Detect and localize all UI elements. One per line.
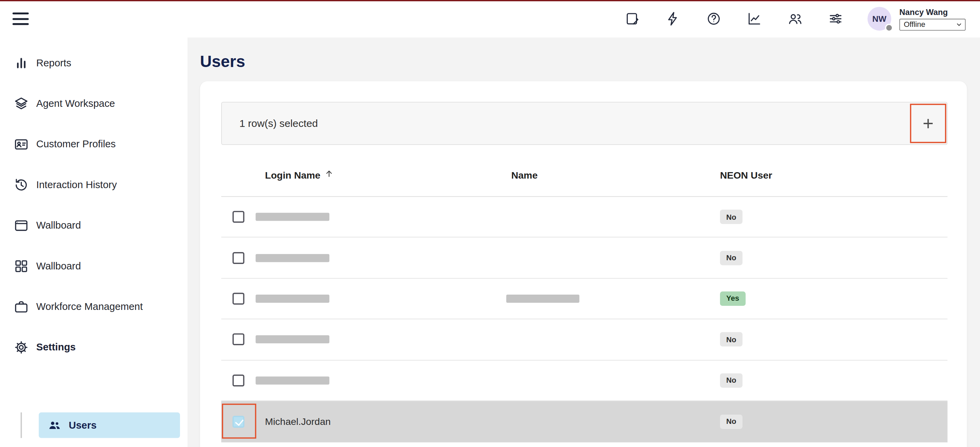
- sidebar-item-label: Interaction History: [37, 179, 117, 190]
- row-checkbox[interactable]: [232, 334, 244, 346]
- column-header-login-name[interactable]: Login Name: [265, 170, 334, 181]
- sidebar-item-label: Settings: [37, 342, 76, 353]
- redacted-login-bar: [256, 254, 329, 262]
- row-checkbox[interactable]: [232, 252, 244, 264]
- sidebar: Reports Agent Workspace Customer Profile…: [0, 37, 188, 447]
- contact-card-icon: [14, 137, 29, 151]
- table-toolbar: 1 row(s) selected +: [221, 102, 947, 145]
- hamburger-menu-button[interactable]: [13, 13, 30, 25]
- sidebar-item-customer-profiles[interactable]: Customer Profiles: [0, 124, 188, 164]
- column-header-neon-user[interactable]: NEON User: [720, 170, 772, 181]
- neon-badge: No: [720, 251, 743, 265]
- app-window: NW Nancy Wang Offline Reports: [0, 0, 980, 447]
- status-value: Offline: [904, 20, 925, 29]
- sidebar-item-workforce-management[interactable]: Workforce Management: [0, 286, 188, 326]
- redacted-name-bar: [506, 294, 579, 303]
- chevron-down-icon: [956, 21, 962, 28]
- bar-chart-icon: [14, 56, 29, 70]
- users-icon: [48, 418, 61, 432]
- table-row[interactable]: No: [221, 320, 947, 360]
- sidebar-item-agent-workspace[interactable]: Agent Workspace: [0, 83, 188, 124]
- column-header-name[interactable]: Name: [511, 170, 538, 181]
- redacted-login-bar: [256, 376, 329, 384]
- users-panel: 1 row(s) selected + Login Name Name NEON…: [200, 81, 967, 447]
- redacted-login-bar: [256, 294, 329, 303]
- analytics-icon[interactable]: [747, 11, 762, 26]
- main-content: Users 1 row(s) selected + Login Name Nam…: [188, 37, 980, 447]
- lightning-icon[interactable]: [666, 11, 681, 26]
- neon-badge: No: [720, 415, 743, 429]
- sidebar-item-label: Users: [69, 420, 97, 431]
- sliders-icon[interactable]: [828, 11, 843, 26]
- sidebar-item-label: Wallboard: [37, 260, 81, 272]
- sidebar-item-label: Reports: [37, 57, 72, 68]
- login-name-cell: Michael.Jordan: [265, 416, 331, 427]
- grid-icon: [14, 258, 29, 273]
- subitem-indent-line: [21, 412, 22, 438]
- sidebar-item-wallboard-2[interactable]: Wallboard: [0, 246, 188, 286]
- row-checkbox[interactable]: [232, 293, 244, 304]
- neon-badge: No: [720, 210, 743, 224]
- window-accent-line: [0, 0, 980, 2]
- briefcase-icon: [14, 299, 29, 314]
- topbar-icon-group: [625, 11, 843, 26]
- note-icon[interactable]: [625, 11, 640, 26]
- row-checkbox[interactable]: [232, 375, 244, 387]
- sidebar-item-users[interactable]: Users: [39, 412, 180, 438]
- sidebar-item-wallboard-1[interactable]: Wallboard: [0, 205, 188, 245]
- table-row[interactable]: Yes: [221, 278, 947, 320]
- neon-badge: Yes: [720, 291, 746, 306]
- table-row[interactable]: No: [221, 197, 947, 238]
- table-row[interactable]: No: [221, 360, 947, 401]
- redacted-login-bar: [256, 213, 329, 221]
- row-checkbox-checked[interactable]: [232, 416, 244, 428]
- offline-status-dot: [885, 24, 893, 32]
- sidebar-item-label: Wallboard: [37, 220, 81, 231]
- redacted-login-bar: [256, 336, 329, 344]
- topbar: NW Nancy Wang Offline: [0, 0, 980, 37]
- row-checkbox[interactable]: [232, 211, 244, 223]
- sort-ascending-icon[interactable]: [324, 169, 334, 178]
- avatar-initials: NW: [872, 14, 886, 24]
- user-block: Nancy Wang Offline: [899, 7, 966, 30]
- neon-badge: No: [720, 373, 743, 388]
- table-header: Login Name Name NEON User: [221, 145, 947, 197]
- sidebar-item-label: Agent Workspace: [37, 98, 115, 109]
- help-icon[interactable]: [706, 11, 721, 26]
- neon-badge: No: [720, 332, 743, 347]
- avatar[interactable]: NW: [867, 7, 891, 30]
- sidebar-item-settings[interactable]: Settings: [0, 327, 188, 367]
- status-select[interactable]: Offline: [899, 18, 966, 30]
- sidebar-item-reports[interactable]: Reports: [0, 43, 188, 83]
- table-row-selected[interactable]: Michael.Jordan No: [221, 401, 947, 442]
- gear-icon: [14, 339, 29, 355]
- layers-icon: [14, 96, 29, 111]
- add-user-button[interactable]: +: [910, 104, 946, 143]
- page-title: Users: [200, 52, 245, 71]
- selection-count-text: 1 row(s) selected: [239, 118, 318, 129]
- history-icon: [14, 177, 29, 192]
- user-name: Nancy Wang: [899, 7, 948, 17]
- sidebar-item-interaction-history[interactable]: Interaction History: [0, 164, 188, 205]
- sidebar-item-label: Workforce Management: [37, 301, 143, 312]
- people-icon[interactable]: [788, 11, 802, 26]
- window-icon: [14, 218, 29, 233]
- table-row[interactable]: No: [221, 238, 947, 278]
- sidebar-item-label: Customer Profiles: [37, 138, 116, 150]
